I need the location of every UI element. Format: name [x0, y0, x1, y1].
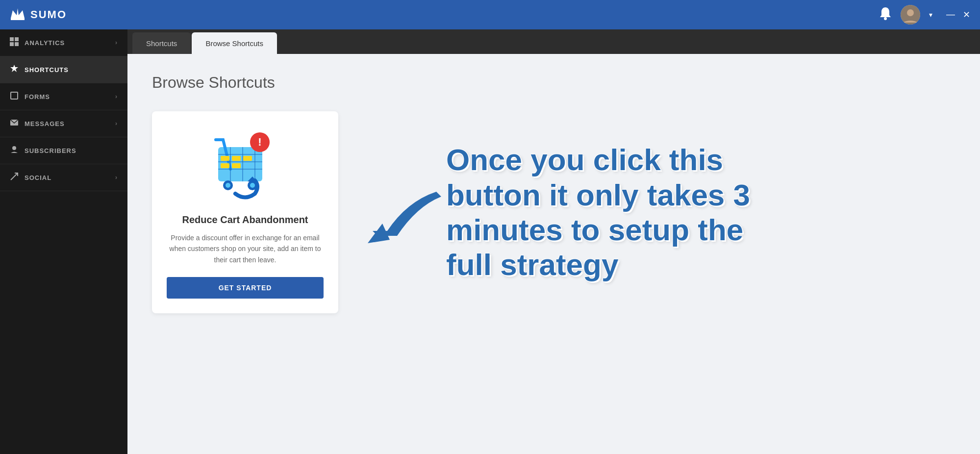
- page-title: Browse Shortcuts: [152, 74, 955, 92]
- svg-point-27: [226, 183, 230, 188]
- svg-rect-24: [221, 163, 229, 168]
- callout-section: Once you click this button it only takes…: [338, 142, 955, 282]
- callout-text: Once you click this button it only takes…: [446, 142, 789, 282]
- social-label: SOCIAL: [25, 174, 51, 181]
- svg-rect-7: [10, 42, 14, 46]
- subscribers-label: SUBSCRIBERS: [25, 147, 76, 154]
- arrow-container: [338, 167, 446, 257]
- card-title: Reduce Cart Abandonment: [182, 214, 308, 226]
- sidebar: ANALYTICS › SHORTCUTS: [0, 29, 127, 454]
- crown-icon: [10, 6, 25, 24]
- forms-icon: [10, 91, 19, 102]
- sidebar-item-social[interactable]: SOCIAL ›: [0, 164, 127, 191]
- svg-line-13: [11, 173, 18, 180]
- social-chevron-icon: ›: [115, 174, 118, 181]
- tab-bar: Shortcuts Browse Shortcuts: [127, 29, 980, 54]
- get-started-button[interactable]: GET STARTED: [167, 277, 324, 299]
- minimize-button[interactable]: —: [946, 9, 955, 20]
- messages-chevron-icon: ›: [115, 120, 118, 127]
- svg-rect-10: [11, 92, 18, 99]
- sidebar-item-analytics[interactable]: ANALYTICS ›: [0, 29, 127, 56]
- social-icon: [10, 172, 19, 183]
- cart-illustration-icon: !: [208, 127, 282, 203]
- subscribers-icon: [10, 145, 19, 156]
- shortcuts-icon: [10, 64, 19, 75]
- tab-browse-shortcuts[interactable]: Browse Shortcuts: [192, 32, 277, 54]
- cards-and-callout: ! Reduce Cart Abandonment Provide a disc…: [152, 111, 955, 313]
- header-right: ▾ — ✕: [879, 5, 970, 25]
- analytics-chevron-icon: ›: [115, 39, 118, 46]
- svg-text:!: !: [258, 136, 261, 148]
- svg-rect-1: [11, 18, 25, 20]
- svg-marker-9: [10, 65, 18, 72]
- shortcuts-label: SHORTCUTS: [25, 66, 69, 74]
- tab-shortcuts[interactable]: Shortcuts: [132, 32, 191, 54]
- bell-icon[interactable]: [879, 6, 892, 23]
- svg-point-12: [12, 146, 16, 150]
- analytics-label: ANALYTICS: [25, 39, 65, 47]
- messages-icon: [10, 118, 19, 129]
- card-description: Provide a discount offer in exchange for…: [167, 232, 324, 265]
- page-content: Browse Shortcuts: [127, 54, 980, 454]
- svg-point-29: [250, 183, 255, 188]
- sidebar-item-messages[interactable]: MESSAGES ›: [0, 110, 127, 137]
- forms-label: FORMS: [25, 93, 50, 101]
- svg-point-2: [884, 17, 887, 20]
- svg-marker-33: [368, 224, 390, 243]
- avatar-chevron-icon[interactable]: ▾: [929, 11, 932, 19]
- shortcut-card: ! Reduce Cart Abandonment Provide a disc…: [152, 111, 338, 313]
- svg-rect-8: [15, 42, 19, 46]
- svg-rect-21: [221, 156, 229, 161]
- svg-rect-6: [15, 37, 19, 41]
- sidebar-item-subscribers[interactable]: SUBSCRIBERS: [0, 137, 127, 164]
- close-button[interactable]: ✕: [963, 9, 970, 20]
- svg-point-4: [907, 9, 914, 16]
- main-layout: ANALYTICS › SHORTCUTS: [0, 29, 980, 454]
- analytics-icon: [10, 37, 19, 48]
- content-area: Shortcuts Browse Shortcuts Browse Shortc…: [127, 29, 980, 454]
- svg-marker-0: [11, 8, 25, 18]
- messages-label: MESSAGES: [25, 120, 65, 127]
- header: SUMO ▾ — ✕: [0, 0, 980, 29]
- svg-rect-5: [10, 37, 14, 41]
- forms-chevron-icon: ›: [115, 93, 118, 100]
- sidebar-item-shortcuts[interactable]: SHORTCUTS: [0, 56, 127, 83]
- svg-rect-23: [243, 156, 252, 161]
- logo-text: SUMO: [30, 8, 67, 21]
- window-controls: — ✕: [946, 9, 970, 20]
- svg-rect-22: [232, 156, 241, 161]
- svg-rect-25: [232, 163, 241, 168]
- logo: SUMO: [10, 6, 67, 24]
- card-icon-wrapper: !: [206, 126, 284, 204]
- avatar[interactable]: [901, 5, 920, 25]
- arrow-icon: [338, 167, 446, 255]
- sidebar-item-forms[interactable]: FORMS ›: [0, 83, 127, 110]
